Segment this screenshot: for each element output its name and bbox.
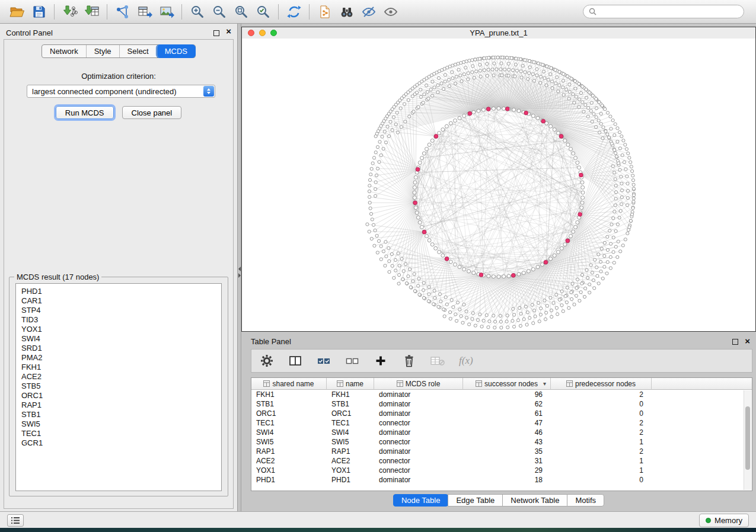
- run-mcds-button[interactable]: Run MCDS: [56, 106, 114, 119]
- result-node-item[interactable]: SRD1: [21, 344, 221, 353]
- table-row[interactable]: STB1STB1dominator620: [251, 399, 752, 409]
- table-cell: 35: [463, 447, 551, 456]
- find-button[interactable]: [336, 2, 358, 21]
- table-settings-button[interactable]: [260, 354, 274, 368]
- column-header-mcds-role[interactable]: MCDS role: [374, 378, 463, 390]
- result-node-item[interactable]: ORC1: [21, 391, 221, 400]
- table-panel-close-button[interactable]: ×: [745, 336, 750, 346]
- tab-motifs[interactable]: Motifs: [567, 494, 604, 507]
- table-row[interactable]: SWI5SWI5connector431: [251, 437, 752, 447]
- mcds-result-list[interactable]: PHD1CAR1STP4TID3YOX1SWI4SRD1PMA2FKH1ACE2…: [15, 283, 222, 491]
- result-node-item[interactable]: FKH1: [21, 363, 221, 372]
- table-cell: 1: [551, 456, 652, 466]
- show-details-button[interactable]: [379, 2, 401, 21]
- result-node-item[interactable]: PHD1: [21, 287, 221, 296]
- result-node-item[interactable]: CAR1: [21, 296, 221, 306]
- result-node-item[interactable]: GCR1: [21, 438, 221, 448]
- sort-direction-icon[interactable]: ▾: [543, 380, 546, 387]
- main-toolbar: [0, 0, 756, 24]
- hide-details-button[interactable]: [358, 2, 379, 21]
- table-row[interactable]: ORC1ORC1dominator610: [251, 409, 752, 418]
- column-header-filler: [652, 378, 752, 390]
- zoom-selected-button[interactable]: [252, 2, 274, 21]
- tab-network[interactable]: Network: [42, 45, 86, 57]
- result-node-item[interactable]: PMA2: [21, 353, 221, 363]
- zoom-fit-icon: [234, 5, 248, 18]
- table-cell: RAP1: [327, 447, 374, 456]
- tab-node-table[interactable]: Node Table: [393, 494, 449, 507]
- result-node-item[interactable]: TID3: [21, 315, 221, 325]
- table-cell: connector: [374, 437, 463, 447]
- share-document-button[interactable]: [314, 2, 336, 21]
- apply-layout-button[interactable]: [283, 2, 305, 21]
- table-row[interactable]: YOX1YOX1connector291: [251, 466, 752, 475]
- window-maximize-button[interactable]: [270, 30, 277, 36]
- import-network-button[interactable]: [59, 2, 81, 21]
- table-row[interactable]: TEC1TEC1connector472: [251, 418, 752, 428]
- table-row[interactable]: RAP1RAP1dominator352: [251, 447, 752, 456]
- window-minimize-button[interactable]: [259, 30, 266, 36]
- delete-table-button-disabled[interactable]: [430, 354, 445, 368]
- save-button[interactable]: [28, 2, 50, 21]
- search-input[interactable]: [599, 7, 744, 17]
- table-cell: dominator: [374, 475, 463, 485]
- table-cell: STB1: [251, 399, 327, 409]
- table-scrollbar[interactable]: [744, 390, 751, 490]
- eye-slash-icon: [362, 5, 376, 19]
- zoom-in-button[interactable]: [186, 2, 208, 21]
- result-node-item[interactable]: STB1: [21, 410, 221, 419]
- select-all-button[interactable]: [317, 354, 331, 368]
- result-node-item[interactable]: TEC1: [21, 429, 221, 438]
- table-cell: 29: [463, 466, 551, 475]
- criterion-dropdown[interactable]: largest connected component (undirected): [27, 85, 215, 98]
- search-box[interactable]: [583, 5, 744, 18]
- column-header-name[interactable]: name: [327, 378, 374, 390]
- tab-select[interactable]: Select: [119, 45, 157, 57]
- result-node-item[interactable]: SWI5: [21, 419, 221, 429]
- table-cell: 61: [463, 409, 551, 418]
- zoom-out-button[interactable]: [208, 2, 230, 21]
- tab-network-table[interactable]: Network Table: [502, 494, 567, 507]
- memory-button[interactable]: Memory: [699, 514, 749, 527]
- table-cell: PHD1: [251, 475, 327, 485]
- table-row[interactable]: FKH1FKH1dominator962: [251, 390, 752, 399]
- task-history-button[interactable]: [7, 514, 24, 527]
- column-header-shared-name[interactable]: shared name: [251, 378, 327, 390]
- scrollbar-thumb[interactable]: [745, 406, 750, 470]
- tab-edge-table[interactable]: Edge Table: [448, 494, 503, 507]
- close-panel-button[interactable]: Close panel: [122, 106, 182, 119]
- open-file-button[interactable]: [6, 2, 28, 21]
- result-node-item[interactable]: RAP1: [21, 400, 221, 410]
- add-column-button[interactable]: [374, 354, 388, 368]
- result-node-item[interactable]: ACE2: [21, 372, 221, 382]
- delete-column-button[interactable]: [402, 354, 416, 368]
- network-canvas[interactable]: [242, 39, 755, 331]
- column-header-predecessor-nodes[interactable]: predecessor nodes: [551, 378, 652, 390]
- table-cell: FKH1: [327, 390, 374, 399]
- table-row[interactable]: SWI4SWI4dominator462: [251, 428, 752, 437]
- result-node-item[interactable]: SWI4: [21, 334, 221, 344]
- network-window-titlebar[interactable]: YPA_prune.txt_1: [242, 27, 755, 39]
- window-close-button[interactable]: [248, 30, 254, 36]
- result-node-item[interactable]: STP4: [21, 306, 221, 315]
- import-table-button[interactable]: [81, 2, 103, 21]
- tab-style[interactable]: Style: [86, 45, 119, 57]
- show-columns-button[interactable]: [288, 354, 302, 368]
- table-panel-float-button[interactable]: [732, 339, 738, 345]
- result-node-item[interactable]: STB5: [21, 382, 221, 391]
- deselect-all-button[interactable]: [345, 354, 359, 368]
- splitter-collapse-icon[interactable]: [238, 265, 241, 280]
- table-row[interactable]: ACE2ACE2connector311: [251, 456, 752, 466]
- zoom-fit-button[interactable]: [230, 2, 252, 21]
- control-panel-close-button[interactable]: ×: [226, 27, 231, 36]
- result-node-item[interactable]: YOX1: [21, 325, 221, 334]
- function-builder-button[interactable]: f(x): [459, 355, 473, 367]
- tab-mcds[interactable]: MCDS: [157, 45, 195, 57]
- column-header-successor-nodes[interactable]: successor nodes▾: [463, 378, 551, 390]
- export-table-button[interactable]: [133, 2, 155, 21]
- panel-splitter[interactable]: [237, 24, 241, 511]
- export-network-button[interactable]: [111, 2, 133, 21]
- table-row[interactable]: PHD1PHD1dominator180: [251, 475, 752, 485]
- control-panel-float-button[interactable]: [213, 30, 219, 36]
- export-image-button[interactable]: [155, 2, 177, 21]
